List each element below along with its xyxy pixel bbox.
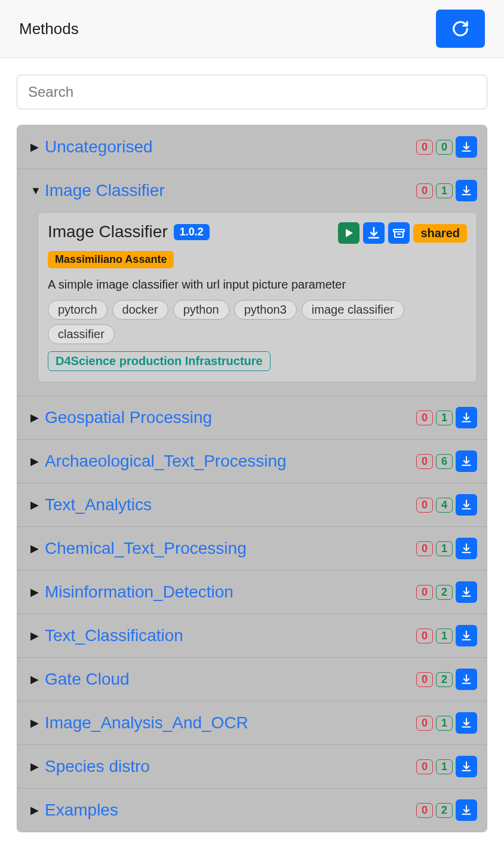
count-red-badge: 0 bbox=[416, 803, 433, 818]
category-name[interactable]: Image Classifier bbox=[45, 181, 165, 200]
refresh-icon bbox=[451, 20, 469, 38]
download-button[interactable] bbox=[456, 756, 477, 777]
download-button[interactable] bbox=[456, 136, 477, 158]
page-title: Methods bbox=[19, 20, 79, 38]
caret-right-icon: ▶ bbox=[30, 498, 41, 511]
caret-down-icon: ▼ bbox=[30, 185, 41, 197]
run-button[interactable] bbox=[338, 222, 359, 244]
tag[interactable]: image classifier bbox=[302, 300, 404, 320]
count-green-badge: 1 bbox=[436, 183, 453, 198]
category-left: ▶Gate Cloud bbox=[30, 670, 130, 689]
category-left: ▶Species distro bbox=[30, 757, 150, 776]
category-row[interactable]: ▶Examples02 bbox=[17, 789, 487, 832]
download-button[interactable] bbox=[456, 799, 477, 821]
count-green-badge: 2 bbox=[436, 672, 453, 687]
tag[interactable]: python bbox=[173, 300, 229, 320]
category-right: 00 bbox=[416, 136, 477, 158]
refresh-button[interactable] bbox=[436, 10, 485, 48]
category-row[interactable]: ▶Gate Cloud02 bbox=[17, 658, 487, 701]
download-button[interactable] bbox=[456, 625, 477, 646]
category-row[interactable]: ▶Misinformation_Detection02 bbox=[17, 571, 487, 614]
category-name[interactable]: Image_Analysis_And_OCR bbox=[45, 713, 248, 732]
category-name[interactable]: Misinformation_Detection bbox=[45, 583, 233, 602]
download-button[interactable] bbox=[456, 407, 477, 428]
category-right: 01 bbox=[416, 180, 477, 201]
download-icon bbox=[460, 717, 472, 729]
count-red-badge: 0 bbox=[416, 410, 433, 425]
download-button[interactable] bbox=[456, 494, 477, 516]
count-red-badge: 0 bbox=[416, 498, 433, 513]
category-left: ▶Geospatial Processing bbox=[30, 408, 212, 427]
method-title: Image Classifier bbox=[48, 222, 168, 241]
category-name[interactable]: Examples bbox=[45, 801, 118, 820]
category-row[interactable]: ▶Chemical_Text_Processing01 bbox=[17, 527, 487, 571]
download-button[interactable] bbox=[456, 450, 477, 472]
category-name[interactable]: Text_Classification bbox=[45, 626, 183, 645]
count-red-badge: 0 bbox=[416, 759, 433, 774]
category-left: ▼Image Classifier bbox=[30, 181, 165, 200]
category-right: 02 bbox=[416, 669, 477, 690]
header: Methods bbox=[0, 0, 504, 58]
download-icon bbox=[460, 804, 472, 816]
tag[interactable]: python3 bbox=[234, 300, 297, 320]
category-name[interactable]: Chemical_Text_Processing bbox=[45, 539, 247, 558]
category-row[interactable]: ▶Image_Analysis_And_OCR01 bbox=[17, 701, 487, 745]
category-left: ▶Misinformation_Detection bbox=[30, 583, 233, 602]
count-green-badge: 1 bbox=[436, 410, 453, 425]
tags-wrap: pytorchdockerpythonpython3image classifi… bbox=[48, 300, 467, 344]
caret-right-icon: ▶ bbox=[30, 760, 41, 773]
category-row[interactable]: ▶Archaeological_Text_Processing06 bbox=[17, 440, 487, 483]
category-name[interactable]: Species distro bbox=[45, 757, 150, 776]
download-icon bbox=[460, 412, 472, 424]
category-name[interactable]: Uncategorised bbox=[45, 137, 153, 157]
category-row[interactable]: ▶Species distro01 bbox=[17, 745, 487, 789]
category-name[interactable]: Gate Cloud bbox=[45, 670, 130, 689]
count-green-badge: 1 bbox=[436, 759, 453, 774]
category-name[interactable]: Text_Analytics bbox=[45, 495, 152, 514]
download-button[interactable] bbox=[456, 581, 477, 603]
category-expanded: Image Classifier1.0.2sharedMassimiliano … bbox=[17, 212, 487, 396]
caret-right-icon: ▶ bbox=[30, 140, 41, 154]
download-icon bbox=[460, 499, 472, 511]
category-right: 04 bbox=[416, 494, 477, 516]
category-name[interactable]: Archaeological_Text_Processing bbox=[45, 452, 287, 471]
download-icon bbox=[367, 226, 381, 240]
count-green-badge: 2 bbox=[436, 803, 453, 818]
card-head: Image Classifier1.0.2shared bbox=[48, 222, 467, 244]
download-button[interactable] bbox=[456, 712, 477, 734]
caret-right-icon: ▶ bbox=[30, 411, 41, 424]
category-left: ▶Image_Analysis_And_OCR bbox=[30, 713, 248, 732]
download-button[interactable] bbox=[456, 180, 477, 201]
count-red-badge: 0 bbox=[416, 672, 433, 687]
category-left: ▶Examples bbox=[30, 801, 118, 820]
tag[interactable]: classifier bbox=[48, 324, 115, 344]
archive-icon bbox=[392, 226, 406, 240]
search-input[interactable] bbox=[17, 75, 487, 109]
categories-panel: ▶Uncategorised00▼Image Classifier01Image… bbox=[17, 125, 487, 832]
tag[interactable]: pytorch bbox=[48, 300, 107, 320]
count-green-badge: 2 bbox=[436, 585, 453, 600]
category-row[interactable]: ▶Text_Classification01 bbox=[17, 614, 487, 658]
category-row[interactable]: ▶Geospatial Processing01 bbox=[17, 396, 487, 440]
category-row[interactable]: ▼Image Classifier01 bbox=[17, 169, 487, 212]
count-red-badge: 0 bbox=[416, 140, 433, 155]
infrastructure-badge: D4Science production Infrastructure bbox=[48, 351, 271, 371]
caret-right-icon: ▶ bbox=[30, 542, 41, 555]
download-button[interactable] bbox=[456, 669, 477, 690]
download-button[interactable] bbox=[363, 222, 385, 244]
caret-right-icon: ▶ bbox=[30, 716, 41, 729]
category-right: 01 bbox=[416, 538, 477, 559]
count-green-badge: 1 bbox=[436, 716, 453, 731]
category-row[interactable]: ▶Text_Analytics04 bbox=[17, 483, 487, 527]
download-button[interactable] bbox=[456, 538, 477, 559]
category-row[interactable]: ▶Uncategorised00 bbox=[17, 125, 487, 169]
category-name[interactable]: Geospatial Processing bbox=[45, 408, 212, 427]
count-red-badge: 0 bbox=[416, 183, 433, 198]
download-icon bbox=[460, 630, 472, 642]
category-right: 02 bbox=[416, 799, 477, 821]
tag[interactable]: docker bbox=[112, 300, 168, 320]
count-green-badge: 0 bbox=[436, 140, 453, 155]
category-right: 01 bbox=[416, 712, 477, 734]
archive-button[interactable] bbox=[388, 222, 410, 244]
category-right: 01 bbox=[416, 756, 477, 777]
